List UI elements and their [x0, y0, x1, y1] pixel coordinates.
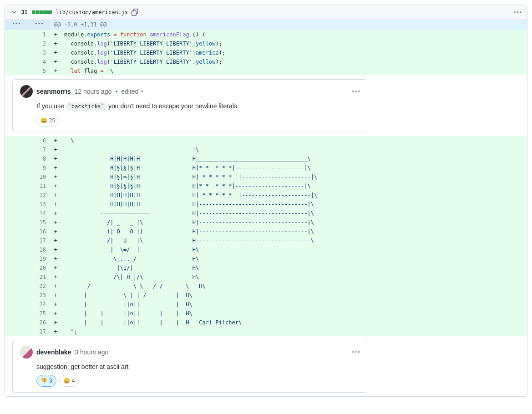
code-content[interactable]: | \ | | / | H\ — [61, 291, 527, 300]
code-content[interactable]: H|§|§|§|H H|* * * * *|------------------… — [61, 163, 527, 172]
old-line-number[interactable] — [5, 327, 28, 336]
code-content[interactable]: \ — [61, 136, 527, 145]
code-content[interactable]: _______/\| H |/\_______ H\ — [61, 273, 527, 282]
code-content[interactable]: | | ||o|| | | H Carl Pilcher\ — [61, 318, 527, 327]
code-content[interactable]: | ||o|| | H\ — [61, 300, 527, 309]
reaction-thumbsdown[interactable]: 👎3 — [36, 375, 56, 387]
old-line-number[interactable] — [5, 172, 28, 182]
old-line-number[interactable] — [5, 200, 28, 209]
kebab-icon[interactable] — [514, 9, 522, 16]
code-content[interactable]: module.exports = function americanFlag (… — [61, 30, 527, 39]
chevron-down-icon[interactable] — [10, 9, 18, 16]
old-line-number[interactable] — [5, 245, 28, 254]
new-line-number[interactable]: 24 — [28, 300, 51, 309]
old-line-number[interactable] — [5, 145, 28, 154]
old-line-number[interactable] — [5, 227, 28, 236]
new-line-number[interactable]: 4 — [28, 57, 51, 66]
old-line-number[interactable] — [5, 282, 28, 291]
old-line-number[interactable] — [5, 48, 28, 57]
code-content[interactable]: H|H|H|H|H H| * * * * * |----------------… — [61, 191, 527, 200]
old-line-number[interactable] — [5, 273, 28, 282]
new-line-number[interactable]: 26 — [28, 318, 51, 327]
new-line-number[interactable]: 13 — [28, 200, 51, 209]
old-line-number[interactable] — [5, 66, 28, 76]
old-line-number[interactable] — [5, 39, 28, 48]
code-content[interactable]: /| U |\ H-------------------------------… — [61, 236, 527, 245]
new-line-number[interactable]: 6 — [28, 136, 51, 145]
code-content[interactable]: H|H|H|H|H H|----------------------------… — [61, 200, 527, 209]
new-line-number[interactable]: 20 — [28, 263, 51, 273]
old-line-number[interactable] — [5, 254, 28, 263]
new-line-number[interactable]: 19 — [28, 254, 51, 263]
code-content[interactable]: H|H|H|H|H H_____________________________… — [61, 154, 527, 163]
code-content[interactable]: \_..._/ H\ — [61, 254, 527, 263]
comment-timestamp[interactable]: 3 hours ago — [75, 348, 108, 357]
copy-icon[interactable] — [132, 9, 139, 16]
new-line-number[interactable]: 18 — [28, 245, 51, 254]
old-line-number[interactable] — [5, 154, 28, 163]
code-content[interactable]: console.log('LIBERTY LIBERTY LIBERTY'.am… — [61, 48, 527, 57]
new-line-number[interactable]: 23 — [28, 291, 51, 300]
reaction-laugh[interactable]: 😄25 — [36, 115, 59, 126]
old-line-number[interactable] — [5, 309, 28, 318]
old-line-number[interactable] — [5, 136, 28, 145]
avatar[interactable] — [20, 346, 33, 358]
code-content[interactable]: (| O O |) H|----------------------------… — [61, 227, 527, 236]
new-line-number[interactable]: 3 — [28, 48, 51, 57]
new-line-number[interactable]: 11 — [28, 182, 51, 191]
edited-indicator[interactable]: edited — [121, 87, 145, 96]
new-line-number[interactable]: 27 — [28, 327, 51, 336]
new-line-number[interactable]: 10 — [28, 172, 51, 182]
code-content[interactable]: H|§|§|§|H H|* * * * *|------------------… — [61, 182, 527, 191]
new-line-number[interactable]: 2 — [28, 39, 51, 48]
old-line-number[interactable] — [5, 300, 28, 309]
old-line-number[interactable] — [5, 30, 28, 39]
old-line-number[interactable] — [5, 182, 28, 191]
avatar[interactable] — [20, 85, 33, 98]
comment-text: If you use — [36, 102, 66, 110]
old-line-number[interactable] — [5, 236, 28, 245]
new-line-number[interactable]: 5 — [28, 66, 51, 76]
code-content[interactable]: let flag = "\ — [61, 66, 527, 76]
expand-down-icon[interactable] — [28, 20, 51, 30]
code-content[interactable]: | \=/ | H\ — [61, 245, 527, 254]
new-line-number[interactable]: 17 — [28, 236, 51, 245]
new-line-number[interactable]: 9 — [28, 163, 51, 172]
comment-author[interactable]: seanmorris — [36, 87, 71, 96]
new-line-number[interactable]: 14 — [28, 209, 51, 218]
code-content[interactable]: console.log('LIBERTY LIBERTY LIBERTY'.ye… — [61, 57, 527, 66]
code-content[interactable]: / \ \ / / \ H\ — [61, 282, 527, 291]
new-line-number[interactable]: 15 — [28, 218, 51, 227]
code-content[interactable]: _|\I/|_ H\ — [61, 263, 527, 273]
code-content[interactable]: "; — [61, 327, 527, 336]
kebab-icon[interactable] — [352, 348, 360, 356]
new-line-number[interactable]: 22 — [28, 282, 51, 291]
new-line-number[interactable]: 21 — [28, 273, 51, 282]
old-line-number[interactable] — [5, 291, 28, 300]
old-line-number[interactable] — [5, 191, 28, 200]
old-line-number[interactable] — [5, 263, 28, 273]
old-line-number[interactable] — [5, 209, 28, 218]
new-line-number[interactable]: 8 — [28, 154, 51, 163]
code-content[interactable]: !\ — [61, 145, 527, 154]
code-content[interactable]: =============== H|----------------------… — [61, 209, 527, 218]
comment-author[interactable]: devenblake — [36, 348, 71, 357]
expand-up-icon[interactable] — [5, 20, 28, 30]
new-line-number[interactable]: 25 — [28, 309, 51, 318]
new-line-number[interactable]: 1 — [28, 30, 51, 39]
comment-timestamp[interactable]: 12 hours ago — [74, 87, 111, 96]
old-line-number[interactable] — [5, 218, 28, 227]
kebab-icon[interactable] — [352, 88, 360, 95]
code-content[interactable]: /| _ _ |\ H|----------------------------… — [61, 218, 527, 227]
new-line-number[interactable]: 16 — [28, 227, 51, 236]
code-content[interactable]: console.log('LIBERTY LIBERTY LIBERTY'.ye… — [61, 39, 527, 48]
old-line-number[interactable] — [5, 318, 28, 327]
old-line-number[interactable] — [5, 163, 28, 172]
reaction-laugh[interactable]: 😄4 — [59, 375, 79, 387]
code-content[interactable]: | | ||o|| | | H\ — [61, 309, 527, 318]
new-line-number[interactable]: 12 — [28, 191, 51, 200]
new-line-number[interactable]: 7 — [28, 145, 51, 154]
file-path[interactable]: lib/custom/american.js — [56, 9, 128, 15]
code-content[interactable]: H|§|∞|§|H H| * * * * * |----------------… — [61, 172, 527, 182]
old-line-number[interactable] — [5, 57, 28, 66]
